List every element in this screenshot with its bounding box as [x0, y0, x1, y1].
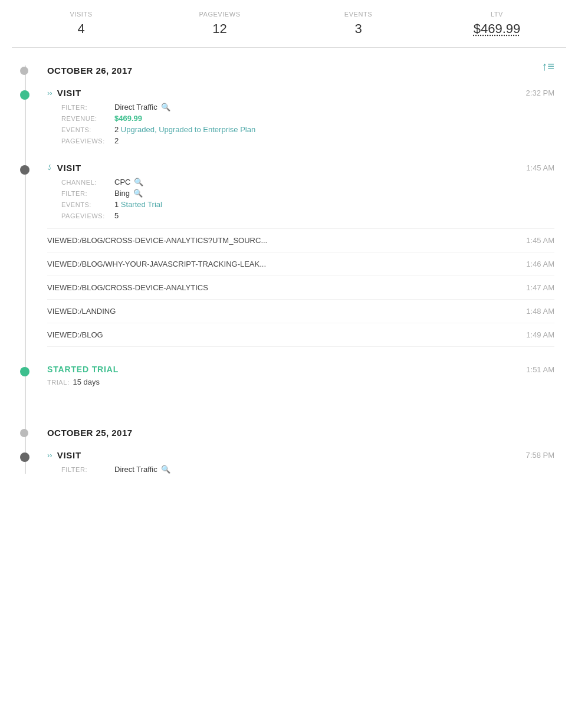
date-dot-oct25 [20, 429, 28, 437]
date-heading-oct26: OCTOBER 26, 2017 [47, 65, 554, 76]
stat-visits: VISITS 4 [12, 11, 150, 37]
date-heading-oct25: OCTOBER 25, 2017 [47, 428, 554, 438]
detail-val-events-link-1[interactable]: Upgraded, Upgraded to Enterprise Plan [121, 125, 255, 134]
detail-row-events-1: EVENTS: 2 Upgraded, Upgraded to Enterpri… [61, 125, 554, 134]
detail-key-filter-1: FILTER: [61, 104, 114, 111]
detail-key-channel-2: CHANNEL: [61, 179, 114, 186]
visit-header-3: › VISIT 7:58 PM [47, 450, 554, 460]
detail-row-pageviews-2: PAGEVIEWS: 5 [61, 211, 554, 220]
viewed-path-5: VIEWED:/blog [47, 330, 103, 339]
stat-ltv: LTV $469.99 [428, 11, 566, 37]
stat-pageviews: PAGEVIEWS 12 [150, 11, 289, 37]
viewed-path-4: VIEWED:/landing [47, 307, 116, 316]
ltv-label: LTV [428, 11, 566, 18]
timeline-container: ↑≡ OCTOBER 26, 2017 › VISIT 2:32 PM FILT… [0, 48, 578, 503]
viewed-time-4: 1:48 AM [526, 307, 554, 316]
date-text-oct25: OCTOBER 25, 2017 [47, 428, 133, 438]
detail-val-pageviews-1: 2 [114, 136, 119, 145]
ltv-value: $469.99 [428, 21, 566, 37]
visit-header-left-1: › VISIT [47, 88, 81, 98]
viewed-row-3: VIEWED:/blog/cross-device-analytics 1:47… [47, 276, 554, 299]
event-dot-started-trial [20, 367, 29, 376]
visit-details-1: FILTER: Direct Traffic 🔍 REVENUE: $469.9… [61, 103, 554, 145]
date-dot-oct26 [20, 67, 28, 75]
detail-val-pageviews-2: 5 [114, 211, 119, 220]
visits-value: 4 [12, 21, 150, 37]
detail-key-pageviews-2: PAGEVIEWS: [61, 212, 114, 219]
viewed-path-2: VIEWED:/blog/why-your-javascript-trackin… [47, 260, 266, 268]
detail-val-filter-1: Direct Traffic [114, 103, 157, 112]
detail-key-pageviews-1: PAGEVIEWS: [61, 137, 114, 145]
viewed-time-3: 1:47 AM [526, 283, 554, 292]
visit-header-left-3: › VISIT [47, 450, 81, 460]
stat-events: EVENTS 3 [289, 11, 428, 37]
event-title-started-trial: STARTED TRIAL [47, 365, 119, 374]
detail-row-filter-3: FILTER: Direct Traffic 🔍 [61, 465, 554, 474]
event-detail-key-trial: TRIAL: [47, 379, 70, 386]
event-time-started-trial: 1:51 AM [526, 365, 554, 374]
visit-dot-1 [20, 90, 29, 100]
visit-details-2: CHANNEL: CPC 🔍 FILTER: Bing 🔍 EVENTS: 1 … [61, 178, 554, 220]
visit-dot-3 [20, 452, 29, 462]
detail-val-events-count-2: 1 [114, 200, 121, 209]
filter-search-icon-3[interactable]: 🔍 [161, 465, 170, 474]
events-value: 3 [289, 21, 428, 37]
detail-val-channel-2: CPC [114, 178, 130, 186]
visit-chevron-1[interactable]: › [47, 88, 52, 97]
detail-val-events-count-1: 2 [114, 125, 121, 134]
visit-label-1: VISIT [57, 88, 81, 98]
visit-chevron-2[interactable]: › [45, 165, 54, 170]
viewed-time-2: 1:46 AM [526, 260, 554, 268]
detail-key-filter-3: FILTER: [61, 466, 114, 473]
detail-key-events-2: EVENTS: [61, 201, 114, 208]
detail-key-events-1: EVENTS: [61, 126, 114, 133]
viewed-path-3: VIEWED:/blog/cross-device-analytics [47, 283, 208, 292]
viewed-time-5: 1:49 AM [526, 330, 554, 339]
viewed-time-1: 1:45 AM [526, 236, 554, 245]
visit-header-1: › VISIT 2:32 PM [47, 88, 554, 98]
pageviews-value: 12 [150, 21, 289, 37]
visits-label: VISITS [12, 11, 150, 18]
event-detail-val-trial: 15 days [73, 378, 100, 386]
visit-details-3: FILTER: Direct Traffic 🔍 [61, 465, 554, 474]
visit-time-1: 2:32 PM [526, 88, 554, 97]
detail-val-events-link-2[interactable]: Started Trial [121, 200, 162, 209]
filter-search-icon-channel-2[interactable]: 🔍 [134, 178, 143, 186]
visit-block-3: › VISIT 7:58 PM FILTER: Direct Traffic 🔍 [47, 450, 554, 474]
visit-block-1: › VISIT 2:32 PM FILTER: Direct Traffic 🔍… [47, 88, 554, 145]
stats-header: VISITS 4 PAGEVIEWS 12 EVENTS 3 LTV $469.… [12, 0, 566, 48]
viewed-row-1: VIEWED:/blog/cross-device-analytics?utm_… [47, 228, 554, 252]
detail-val-filter-3: Direct Traffic [114, 465, 157, 474]
visit-chevron-3[interactable]: › [47, 451, 52, 460]
event-detail-row-trial: TRIAL: 15 days [47, 378, 554, 386]
detail-row-pageviews-1: PAGEVIEWS: 2 [61, 136, 554, 145]
viewed-pages-container: VIEWED:/blog/cross-device-analytics?utm_… [47, 228, 554, 347]
detail-key-filter-2: FILTER: [61, 190, 114, 197]
pageviews-label: PAGEVIEWS [150, 11, 289, 18]
detail-row-revenue-1: REVENUE: $469.99 [61, 114, 554, 123]
detail-val-revenue-1: $469.99 [114, 114, 142, 123]
detail-row-filter-1: FILTER: Direct Traffic 🔍 [61, 103, 554, 112]
detail-val-filter-2: Bing [114, 189, 130, 198]
detail-key-revenue-1: REVENUE: [61, 115, 114, 122]
event-header-started-trial: STARTED TRIAL 1:51 AM [47, 365, 554, 374]
visit-label-2: VISIT [57, 163, 81, 173]
visit-block-2: › VISIT 1:45 AM CHANNEL: CPC 🔍 FILTER: B… [47, 163, 554, 347]
date-text-oct26: OCTOBER 26, 2017 [47, 65, 133, 76]
viewed-row-4: VIEWED:/landing 1:48 AM [47, 299, 554, 323]
visit-time-3: 7:58 PM [526, 451, 554, 460]
viewed-path-1: VIEWED:/blog/cross-device-analytics?utm_… [47, 236, 267, 245]
filter-search-icon-filter-2[interactable]: 🔍 [133, 189, 143, 198]
event-block-started-trial: STARTED TRIAL 1:51 AM TRIAL: 15 days [47, 365, 554, 386]
visit-header-left-2: › VISIT [47, 163, 81, 173]
viewed-row-5: VIEWED:/blog 1:49 AM [47, 323, 554, 347]
visit-header-2: › VISIT 1:45 AM [47, 163, 554, 173]
filter-search-icon-1[interactable]: 🔍 [161, 103, 170, 112]
timeline: OCTOBER 26, 2017 › VISIT 2:32 PM FILTER:… [12, 65, 554, 474]
visit-label-3: VISIT [57, 450, 81, 460]
events-label: EVENTS [289, 11, 428, 18]
detail-row-channel-2: CHANNEL: CPC 🔍 [61, 178, 554, 186]
visit-dot-2 [20, 165, 29, 175]
section-spacer-1 [47, 404, 554, 422]
detail-row-events-2: EVENTS: 1 Started Trial [61, 200, 554, 209]
